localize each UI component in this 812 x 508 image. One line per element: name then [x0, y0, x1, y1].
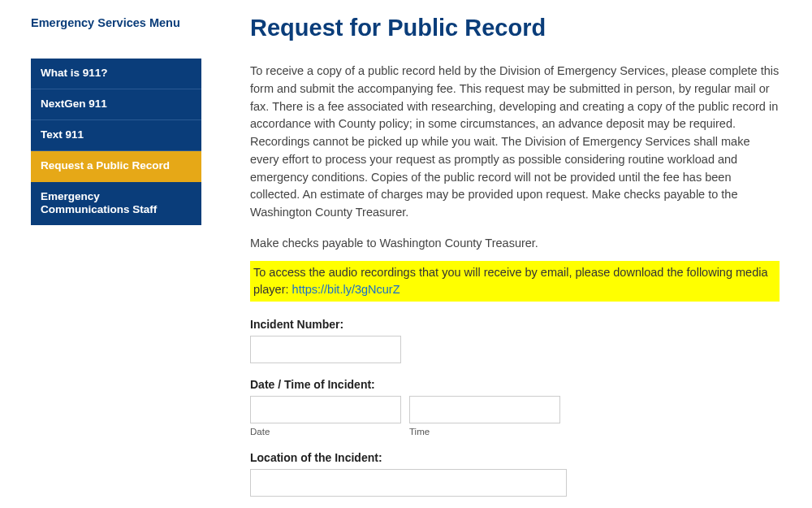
- date-input[interactable]: [250, 396, 401, 423]
- sidebar-title: Emergency Services Menu: [31, 16, 201, 29]
- sidebar-item-label: Emergency Communications Staff: [41, 190, 157, 216]
- time-input[interactable]: [409, 396, 560, 423]
- field-datetime: Date / Time of Incident: Date Time: [250, 378, 780, 436]
- incident-number-label: Incident Number:: [250, 318, 780, 331]
- time-sublabel: Time: [409, 427, 560, 436]
- incident-number-input[interactable]: [250, 336, 401, 363]
- sidebar: Emergency Services Menu What is 911? Nex…: [31, 16, 201, 508]
- sidebar-item-emergency-comms-staff[interactable]: Emergency Communications Staff: [31, 182, 201, 226]
- sidebar-item-request-public-record[interactable]: Request a Public Record: [31, 151, 201, 182]
- main-content: Request for Public Record To receive a c…: [250, 16, 788, 508]
- location-label: Location of the Incident:: [250, 451, 780, 464]
- page-title: Request for Public Record: [250, 15, 780, 41]
- sidebar-item-nextgen-911[interactable]: NextGen 911: [31, 89, 201, 120]
- sidebar-item-what-is-911[interactable]: What is 911?: [31, 59, 201, 89]
- sidebar-item-label: NextGen 911: [41, 98, 107, 110]
- sidebar-item-text-911[interactable]: Text 911: [31, 120, 201, 151]
- media-player-link[interactable]: https://bit.ly/3gNcurZ: [292, 283, 400, 296]
- intro-paragraph: To receive a copy of a public record hel…: [250, 63, 780, 222]
- sidebar-item-label: Request a Public Record: [41, 159, 170, 172]
- check-note: Make checks payable to Washington County…: [250, 237, 780, 250]
- datetime-label: Date / Time of Incident:: [250, 378, 780, 391]
- location-input[interactable]: [250, 469, 567, 497]
- sidebar-item-label: Text 911: [41, 128, 84, 141]
- date-sublabel: Date: [250, 427, 401, 436]
- sidebar-nav: What is 911? NextGen 911 Text 911 Reques…: [31, 59, 201, 225]
- field-incident-number: Incident Number:: [250, 318, 780, 363]
- sidebar-item-label: What is 911?: [41, 67, 108, 79]
- audio-instruction-highlight: To access the audio recordings that you …: [250, 261, 780, 302]
- field-location: Location of the Incident:: [250, 451, 780, 497]
